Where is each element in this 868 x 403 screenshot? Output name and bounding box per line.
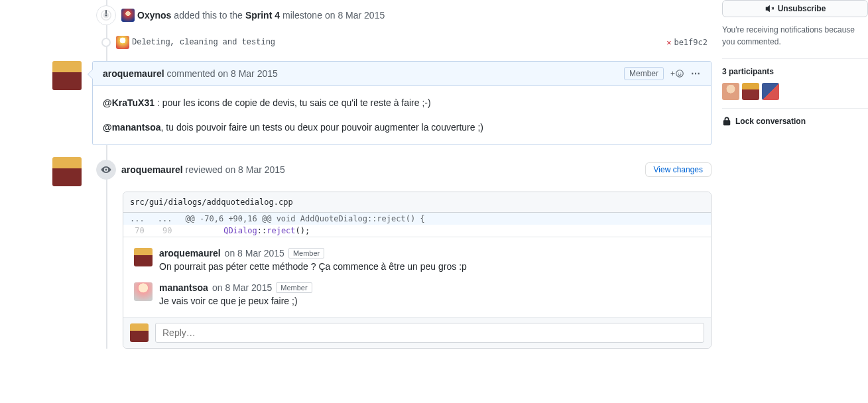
avatar[interactable]: [121, 9, 135, 22]
add-reaction-button[interactable]: +: [670, 69, 684, 78]
inline-comment-date[interactable]: on 8 Mar 2015: [212, 282, 272, 293]
event-suffix: milestone: [282, 10, 322, 21]
actor-link[interactable]: Oxynos: [137, 10, 171, 21]
subscription-note: You're receiving notifications because y…: [722, 24, 868, 59]
hunk-header: ... ... @@ -70,6 +90,16 @@ void AddQuote…: [123, 213, 711, 225]
svg-point-1: [678, 73, 679, 74]
review-author-link[interactable]: aroquemaurel: [121, 164, 183, 175]
commit-event: Deleting, cleaning and testing ✕be1f9c2: [0, 30, 712, 54]
status-fail-icon: ✕: [666, 38, 671, 47]
inline-comment-date[interactable]: on 8 Mar 2015: [225, 248, 284, 259]
review: aroquemaurel reviewed on 8 Mar 2015 View…: [0, 157, 712, 349]
inline-comment-author[interactable]: aroquemaurel: [159, 248, 221, 259]
avatar[interactable]: [116, 36, 129, 49]
review-date[interactable]: on 8 Mar 2015: [225, 164, 285, 175]
commit-dot-icon: [101, 38, 111, 47]
commit-message[interactable]: Deleting, cleaning and testing: [132, 38, 275, 47]
eye-icon: [96, 160, 116, 180]
lock-icon: [722, 117, 731, 126]
diff-file-path[interactable]: src/gui/dialogs/addquotedialog.cpp: [123, 192, 711, 213]
participant-avatar[interactable]: [762, 83, 779, 100]
avatar[interactable]: [52, 61, 82, 90]
avatar[interactable]: [52, 157, 82, 186]
event-date: on 8 Mar 2015: [325, 10, 385, 21]
comment: aroquemaurel commented on 8 Mar 2015 Mem…: [0, 61, 712, 145]
review-action: reviewed: [186, 164, 223, 175]
mute-icon: [765, 4, 774, 13]
milestone-event: Oxynos added this to the Sprint 4 milest…: [0, 0, 712, 30]
svg-point-2: [680, 73, 681, 74]
mention[interactable]: @KraTuX31: [103, 97, 155, 108]
comment-header: aroquemaurel commented on 8 Mar 2015 Mem…: [93, 62, 711, 86]
inline-comment-text: Je vais voir ce que je peux faire ;): [159, 296, 700, 306]
comment-menu-button[interactable]: ⋯: [691, 68, 701, 79]
participant-avatar[interactable]: [722, 83, 739, 100]
comment-action: commented: [166, 68, 215, 79]
avatar[interactable]: [130, 323, 149, 342]
comment-body: @KraTuX31 : pour les icons de copie de d…: [93, 86, 711, 144]
diff-box: src/gui/dialogs/addquotedialog.cpp ... .…: [123, 192, 712, 349]
avatar[interactable]: [134, 248, 153, 266]
milestone-icon: [96, 5, 116, 25]
event-action: added this to the: [174, 10, 243, 21]
unsubscribe-button[interactable]: Unsubscribe: [722, 0, 868, 17]
member-badge: Member: [276, 282, 312, 293]
participants-heading: 3 participants: [722, 67, 868, 76]
lock-conversation-link[interactable]: Lock conversation: [722, 117, 868, 126]
milestone-link[interactable]: Sprint 4: [245, 10, 280, 21]
code-line: 70 90 QDialog::reject();: [123, 225, 711, 237]
svg-point-0: [676, 70, 684, 78]
svg-point-3: [105, 168, 107, 170]
member-badge: Member: [288, 248, 324, 259]
inline-comment: manantsoa on 8 Mar 2015 Member Je vais v…: [134, 277, 700, 312]
comment-author-link[interactable]: aroquemaurel: [103, 68, 164, 79]
reply-input[interactable]: [155, 323, 704, 343]
member-badge: Member: [624, 67, 664, 80]
inline-comment-author[interactable]: manantsoa: [159, 282, 208, 293]
participant-avatar[interactable]: [742, 83, 759, 100]
avatar[interactable]: [134, 282, 153, 301]
mention[interactable]: @manantsoa: [103, 122, 161, 133]
inline-comment: aroquemaurel on 8 Mar 2015 Member On pou…: [134, 243, 700, 277]
participants-list: [722, 83, 868, 100]
view-changes-button[interactable]: View changes: [645, 162, 712, 177]
reply-row: [123, 317, 711, 348]
inline-comment-text: On pourrait pas péter cette méthode ? Ça…: [159, 261, 700, 272]
comment-date[interactable]: on 8 Mar 2015: [218, 68, 278, 79]
commit-sha[interactable]: ✕be1f9c2: [666, 38, 708, 47]
